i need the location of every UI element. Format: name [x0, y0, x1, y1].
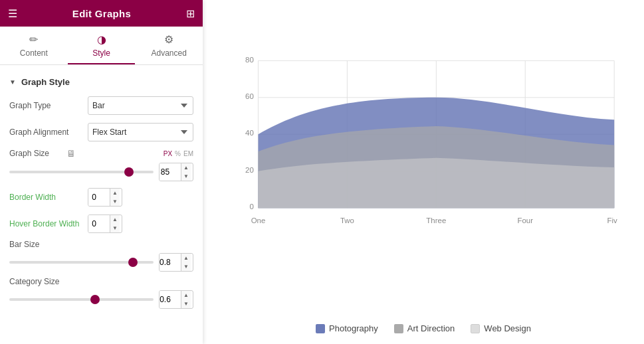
section-label: Graph Style	[21, 77, 70, 87]
legend-item-web-design: Web Design	[471, 323, 531, 333]
graph-type-select[interactable]: Bar Line Pie	[88, 96, 193, 115]
tab-advanced[interactable]: ⚙ Advanced	[135, 27, 203, 64]
px-unit[interactable]: PX	[163, 150, 172, 157]
sidebar-title: Edit Graphs	[72, 8, 131, 19]
em-unit[interactable]: EM	[183, 150, 193, 157]
category-size-slider-row: ▲ ▼	[0, 288, 203, 311]
area-chart: .grid-line { stroke: #e0e0e0; stroke-wid…	[236, 13, 617, 309]
bar-size-spinners: ▲ ▼	[181, 254, 191, 271]
graph-type-row: Graph Type Bar Line Pie	[0, 92, 203, 119]
graph-size-row: Graph Size 🖥 PX % EM	[0, 145, 203, 160]
graph-size-label: Graph Size	[9, 149, 62, 158]
border-width-up[interactable]: ▲	[110, 189, 120, 197]
graph-size-down[interactable]: ▼	[181, 172, 191, 181]
graph-style-section[interactable]: ▼ Graph Style	[0, 72, 203, 92]
sidebar-header: ☰ Edit Graphs ⊞	[0, 0, 203, 27]
graph-size-up[interactable]: ▲	[181, 163, 191, 172]
hover-border-label: Hover Border Width	[9, 219, 82, 228]
bar-size-number-box: ▲ ▼	[159, 253, 193, 272]
svg-text:Four: Four	[517, 216, 533, 224]
tabs-bar: ✏ Content ◑ Style ⚙ Advanced	[0, 27, 203, 65]
web-design-swatch	[471, 324, 480, 333]
sidebar-content: ▼ Graph Style Graph Type Bar Line Pie Gr…	[0, 65, 203, 344]
graph-size-number-box: ▲ ▼	[159, 163, 193, 181]
content-icon: ✏	[29, 33, 38, 46]
svg-text:80: 80	[245, 56, 254, 64]
style-icon: ◑	[97, 33, 106, 46]
border-width-row: Border Width ▲ ▼	[0, 184, 203, 211]
category-size-down[interactable]: ▼	[181, 300, 191, 308]
svg-text:20: 20	[245, 166, 254, 174]
border-width-down[interactable]: ▼	[110, 197, 120, 206]
svg-text:Two: Two	[340, 216, 354, 224]
legend-item-photography: Photography	[316, 323, 378, 333]
art-direction-label: Art Direction	[407, 323, 455, 333]
graph-size-slider-row: ▲ ▼	[0, 160, 203, 184]
bar-size-slider[interactable]	[9, 261, 154, 264]
bar-size-slider-row: ▲ ▼	[0, 250, 203, 274]
collapse-arrow-icon: ▼	[9, 78, 16, 86]
bar-size-row: Bar Size	[0, 237, 203, 250]
graph-size-input[interactable]	[160, 163, 181, 181]
hover-border-input[interactable]	[88, 215, 110, 232]
bar-size-down[interactable]: ▼	[181, 262, 191, 271]
grid-icon[interactable]: ⊞	[186, 7, 195, 20]
svg-text:Five: Five	[607, 216, 617, 224]
graph-type-label: Graph Type	[9, 101, 82, 110]
art-direction-swatch	[394, 324, 403, 333]
svg-text:0: 0	[249, 203, 253, 211]
size-units: PX % EM	[163, 150, 193, 157]
border-width-spinners: ▲ ▼	[110, 189, 120, 206]
hamburger-icon[interactable]: ☰	[8, 7, 17, 20]
graph-size-slider[interactable]	[9, 171, 154, 173]
hover-border-row: Hover Border Width ▲ ▼	[0, 211, 203, 237]
photography-swatch	[316, 324, 325, 333]
bar-size-label: Bar Size	[9, 240, 62, 249]
border-width-box: ▲ ▼	[88, 188, 122, 207]
monitor-icon: 🖥	[66, 148, 76, 159]
hover-border-spinners: ▲ ▼	[110, 215, 120, 232]
hover-border-down[interactable]: ▼	[110, 224, 120, 232]
graph-alignment-select[interactable]: Flex Start Center Flex End	[88, 123, 193, 141]
category-size-up[interactable]: ▲	[181, 291, 191, 300]
hover-border-up[interactable]: ▲	[110, 215, 120, 224]
chart-legend: Photography Art Direction Web Design	[203, 315, 644, 344]
category-size-input[interactable]	[160, 291, 181, 308]
bar-size-input[interactable]	[160, 254, 181, 271]
graph-alignment-label: Graph Alignment	[9, 128, 82, 137]
border-width-label: Border Width	[9, 193, 82, 202]
category-size-row: Category Size	[0, 274, 203, 288]
sidebar: ☰ Edit Graphs ⊞ ✏ Content ◑ Style ⚙ Adva…	[0, 0, 203, 344]
border-width-input[interactable]	[88, 189, 110, 206]
svg-text:60: 60	[245, 92, 254, 100]
legend-item-art-direction: Art Direction	[394, 323, 455, 333]
tab-style[interactable]: ◑ Style	[68, 27, 136, 64]
web-design-label: Web Design	[484, 323, 531, 333]
advanced-icon: ⚙	[164, 33, 173, 46]
svg-text:Three: Three	[426, 216, 446, 224]
category-size-number-box: ▲ ▼	[159, 290, 193, 309]
main-content: .grid-line { stroke: #e0e0e0; stroke-wid…	[203, 0, 644, 344]
bar-size-up[interactable]: ▲	[181, 254, 191, 262]
category-size-spinners: ▲ ▼	[181, 291, 191, 308]
graph-alignment-row: Graph Alignment Flex Start Center Flex E…	[0, 119, 203, 145]
photography-label: Photography	[329, 323, 378, 333]
graph-size-spinners: ▲ ▼	[181, 163, 191, 181]
chart-area: .grid-line { stroke: #e0e0e0; stroke-wid…	[203, 0, 644, 315]
svg-text:40: 40	[245, 129, 254, 137]
hover-border-box: ▲ ▼	[88, 215, 122, 233]
category-size-label: Category Size	[9, 277, 62, 286]
percent-unit[interactable]: %	[175, 150, 181, 157]
svg-text:One: One	[251, 216, 266, 224]
category-size-slider[interactable]	[9, 298, 154, 301]
tab-content[interactable]: ✏ Content	[0, 27, 68, 64]
